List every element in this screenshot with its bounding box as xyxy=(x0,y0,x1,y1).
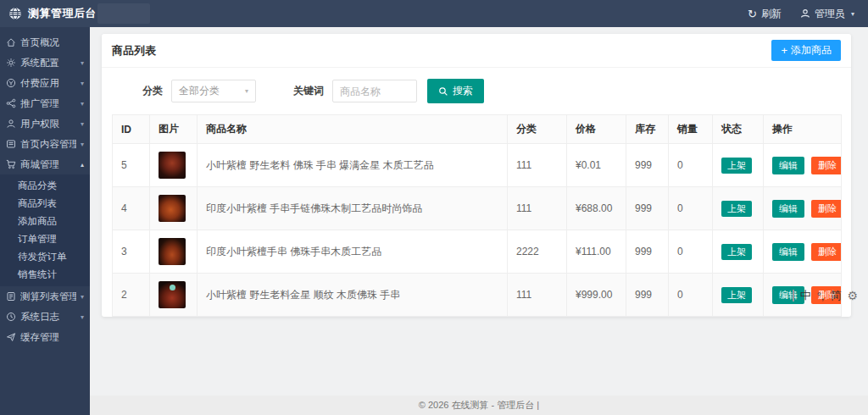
sidebar-item-add-product[interactable]: 添加商品 xyxy=(0,213,90,230)
delete-button[interactable]: 删除 xyxy=(811,243,841,261)
ime-separator xyxy=(793,290,794,302)
table-row: 5 小叶紫檀 野生老料 佛珠 手串 爆满金星 木质工艺品 111 ¥0.01 9… xyxy=(113,144,842,187)
user-menu[interactable]: 管理员 ▾ xyxy=(800,7,854,21)
ime-punctuation-mode[interactable]: °, xyxy=(817,290,825,302)
category-label: 分类 xyxy=(142,84,163,98)
chevron-down-icon: ▾ xyxy=(81,59,84,67)
chevron-down-icon: ▾ xyxy=(81,80,84,87)
refresh-label: 刷新 xyxy=(761,7,782,21)
chevron-down-icon: ▾ xyxy=(81,141,84,148)
sidebar-item-cache-management[interactable]: 缓存管理 xyxy=(0,327,90,347)
status-badge: 上架 xyxy=(721,201,752,217)
sidebar-item-user-permissions[interactable]: 用户权限 ▾ xyxy=(0,113,90,134)
sidebar-item-promotion[interactable]: 推广管理 ▾ xyxy=(0,93,90,113)
product-thumbnail xyxy=(159,281,186,308)
ime-status-bar: 中 °, 简 ⚙ xyxy=(793,288,858,303)
main-content: 商品列表 + 添加商品 分类 全部分类 ▾ 关键词 搜索 xyxy=(90,27,868,415)
cell-product-name: 小叶紫檀 野生老料 佛珠 手串 爆满金星 木质工艺品 xyxy=(198,144,508,187)
product-list-card: 商品列表 + 添加商品 分类 全部分类 ▾ 关键词 搜索 xyxy=(102,34,851,317)
refresh-icon: ↻ xyxy=(748,8,757,19)
globe-logo-icon xyxy=(8,7,22,20)
col-name: 商品名称 xyxy=(198,115,508,144)
status-badge: 上架 xyxy=(721,244,752,260)
cell-id: 2 xyxy=(113,274,150,317)
search-icon xyxy=(438,86,448,97)
cell-sales: 0 xyxy=(669,230,713,274)
sidebar-item-shop-management[interactable]: 商城管理 ▴ xyxy=(0,154,90,174)
chevron-down-icon: ▾ xyxy=(81,120,84,128)
refresh-button[interactable]: ↻ 刷新 xyxy=(748,7,782,21)
app-title: 测算管理后台 xyxy=(28,6,97,21)
cell-price: ¥111.00 xyxy=(567,230,626,274)
cell-price: ¥0.01 xyxy=(567,144,626,187)
product-table: ID 图片 商品名称 分类 价格 库存 销量 状态 操作 5 小叶紫檀 野生老料… xyxy=(112,114,842,317)
cell-category: 111 xyxy=(508,274,567,317)
content-icon xyxy=(6,139,16,149)
keyword-label: 关键词 xyxy=(293,84,324,98)
shop-submenu: 商品分类 商品列表 添加商品 订单管理 待发货订单 销售统计 xyxy=(0,174,90,286)
card-header: 商品列表 + 添加商品 xyxy=(102,34,851,68)
cell-stock: 999 xyxy=(626,144,669,187)
chevron-down-icon: ▾ xyxy=(851,10,854,18)
sidebar-item-system-logs[interactable]: 系统日志 ▾ xyxy=(0,307,90,327)
clock-icon xyxy=(6,312,16,322)
chevron-down-icon: ▾ xyxy=(245,87,248,95)
app-brand[interactable]: 测算管理后台 xyxy=(0,6,105,21)
cell-product-name: 小叶紫檀 野生老料金星 顺纹 木质佛珠 手串 xyxy=(198,274,508,317)
col-id: ID xyxy=(113,115,150,144)
col-image: 图片 xyxy=(150,115,198,144)
home-icon xyxy=(6,37,16,47)
delete-button[interactable]: 删除 xyxy=(811,200,841,218)
topbar: 测算管理后台 ↻ 刷新 管理员 ▾ xyxy=(0,0,868,27)
cell-id: 4 xyxy=(113,187,150,230)
sidebar-item-order-management[interactable]: 订单管理 xyxy=(0,230,90,248)
edit-button[interactable]: 编辑 xyxy=(772,200,804,218)
sidebar-item-product-list[interactable]: 商品列表 xyxy=(0,195,90,213)
cell-id: 5 xyxy=(113,144,150,187)
chevron-down-icon: ▾ xyxy=(81,293,84,301)
sidebar-item-home-content[interactable]: 首页内容管理 ▾ xyxy=(0,134,90,154)
cell-category: 111 xyxy=(508,144,567,187)
user-icon xyxy=(800,8,810,19)
keyword-input[interactable] xyxy=(332,80,417,102)
edit-button[interactable]: 编辑 xyxy=(772,243,804,261)
add-product-button[interactable]: + 添加商品 xyxy=(771,40,841,61)
status-badge: 上架 xyxy=(721,158,752,174)
table-row: 4 印度小叶紫檀 手串手链佛珠木制工艺品时尚饰品 111 ¥688.00 999… xyxy=(113,187,842,230)
sidebar-item-paid-apps[interactable]: 付费应用 ▾ xyxy=(0,73,90,93)
sidebar-item-calc-list-management[interactable]: 测算列表管理 ▾ xyxy=(0,286,90,307)
sidebar-item-system-config[interactable]: 系统配置 ▾ xyxy=(0,53,90,73)
ime-settings-icon[interactable]: ⚙ xyxy=(847,289,858,302)
ime-language-mode[interactable]: 中 xyxy=(800,288,811,303)
cell-price: ¥688.00 xyxy=(567,187,626,230)
sidebar-item-pending-shipments[interactable]: 待发货订单 xyxy=(0,248,90,266)
cell-sales: 0 xyxy=(669,274,713,317)
delete-button[interactable]: 删除 xyxy=(811,157,841,174)
col-status: 状态 xyxy=(713,115,764,144)
table-row: 3 印度小叶紫檀手串 佛珠手串木质工艺品 2222 ¥111.00 999 0 … xyxy=(113,230,842,274)
table-row: 2 小叶紫檀 野生老料金星 顺纹 木质佛珠 手串 111 ¥999.00 999… xyxy=(113,274,842,317)
sidebar-item-sales-statistics[interactable]: 销售统计 xyxy=(0,266,90,284)
col-actions: 操作 xyxy=(764,115,842,144)
sidebar-item-product-categories[interactable]: 商品分类 xyxy=(0,177,90,195)
cell-id: 3 xyxy=(113,230,150,274)
search-button[interactable]: 搜索 xyxy=(427,79,484,103)
sidebar-item-home[interactable]: 首页概况 xyxy=(0,32,90,53)
chevron-up-icon: ▴ xyxy=(81,161,84,169)
category-select[interactable]: 全部分类 ▾ xyxy=(171,80,256,102)
filter-bar: 分类 全部分类 ▾ 关键词 搜索 xyxy=(102,68,851,114)
cell-category: 2222 xyxy=(508,230,567,274)
col-stock: 库存 xyxy=(626,115,669,144)
page-title: 商品列表 xyxy=(112,43,156,58)
cart-icon xyxy=(6,159,16,169)
col-category: 分类 xyxy=(508,115,567,144)
table-header-row: ID 图片 商品名称 分类 价格 库存 销量 状态 操作 xyxy=(113,115,842,144)
cell-category: 111 xyxy=(508,187,567,230)
edit-button[interactable]: 编辑 xyxy=(772,157,804,174)
cell-price: ¥999.00 xyxy=(567,274,626,317)
ime-charset-mode[interactable]: 简 xyxy=(830,288,841,303)
cell-sales: 0 xyxy=(669,187,713,230)
cell-stock: 999 xyxy=(626,230,669,274)
plus-icon: + xyxy=(781,45,787,56)
status-badge: 上架 xyxy=(721,287,752,303)
